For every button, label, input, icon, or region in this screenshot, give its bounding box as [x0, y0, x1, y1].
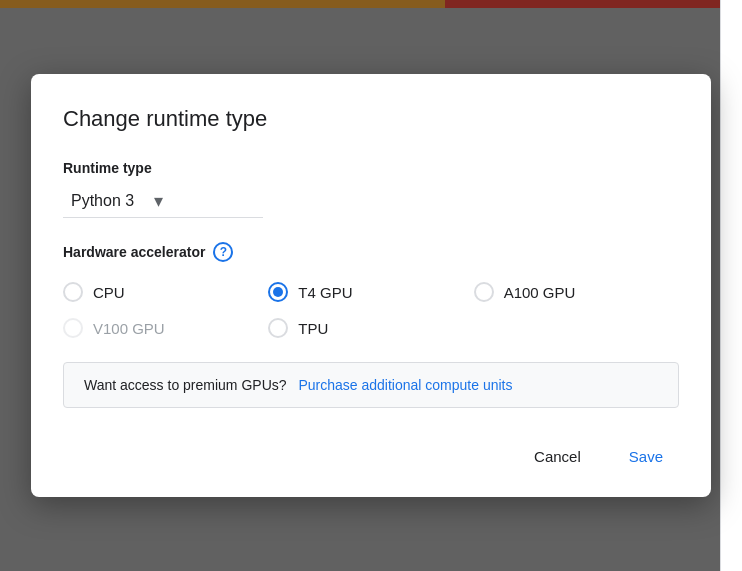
radio-circle-tpu [268, 318, 288, 338]
save-button[interactable]: Save [613, 440, 679, 473]
radio-circle-t4gpu [268, 282, 288, 302]
radio-circle-v100gpu [63, 318, 83, 338]
question-mark: ? [220, 245, 227, 259]
change-runtime-dialog: Change runtime type Runtime type Python … [31, 74, 711, 497]
help-icon[interactable]: ? [213, 242, 233, 262]
radio-cpu[interactable]: CPU [63, 282, 268, 302]
dialog-actions: Cancel Save [63, 440, 679, 473]
runtime-type-label: Runtime type [63, 160, 679, 176]
radio-circle-a100gpu [474, 282, 494, 302]
runtime-type-select-wrapper[interactable]: Python 3 Python 2 ▾ [63, 188, 167, 213]
purchase-compute-units-link[interactable]: Purchase additional compute units [298, 377, 512, 393]
hardware-options-grid: CPU T4 GPU A100 GPU V100 GPU TPU [63, 282, 679, 338]
right-panel-hint [720, 0, 742, 571]
premium-gpu-info-box: Want access to premium GPUs? Purchase ad… [63, 362, 679, 408]
radio-tpu[interactable]: TPU [268, 318, 473, 338]
info-box-text: Want access to premium GPUs? [84, 377, 287, 393]
radio-circle-cpu [63, 282, 83, 302]
radio-v100gpu: V100 GPU [63, 318, 268, 338]
runtime-type-select[interactable]: Python 3 Python 2 [63, 188, 167, 213]
hardware-accelerator-label: Hardware accelerator [63, 244, 205, 260]
runtime-divider [63, 217, 263, 218]
radio-label-tpu: TPU [298, 320, 328, 337]
radio-label-cpu: CPU [93, 284, 125, 301]
radio-label-v100gpu: V100 GPU [93, 320, 165, 337]
radio-a100gpu[interactable]: A100 GPU [474, 282, 679, 302]
hardware-accelerator-row: Hardware accelerator ? [63, 242, 679, 262]
dialog-title: Change runtime type [63, 106, 679, 132]
radio-label-t4gpu: T4 GPU [298, 284, 352, 301]
radio-t4gpu[interactable]: T4 GPU [268, 282, 473, 302]
radio-label-a100gpu: A100 GPU [504, 284, 576, 301]
cancel-button[interactable]: Cancel [518, 440, 597, 473]
